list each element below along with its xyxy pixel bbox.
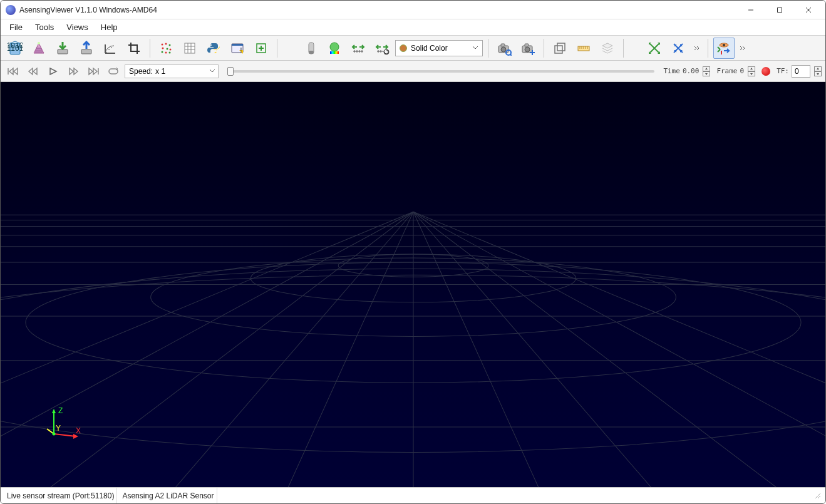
svg-line-82 [413, 212, 539, 487]
svg-point-21 [170, 48, 172, 50]
svg-point-40 [330, 43, 339, 51]
seek-start-button[interactable] [4, 64, 22, 79]
svg-point-16 [162, 43, 163, 45]
menu-file[interactable]: File [3, 20, 29, 34]
toolbar-overflow-1[interactable] [691, 38, 703, 59]
menu-views[interactable]: Views [60, 20, 94, 34]
svg-line-80 [288, 212, 413, 487]
svg-point-106 [53, 433, 56, 436]
collapse-all-button[interactable] [668, 38, 689, 59]
title-bar: AsensingViewer V1.1.0 Windows-AMD64 [1, 1, 825, 19]
svg-point-23 [165, 51, 167, 53]
axis-y-label: Y [56, 424, 61, 433]
color-mode-combo[interactable]: Solid Color [395, 40, 483, 56]
record-icon[interactable] [761, 67, 770, 76]
ruler-reset-button[interactable] [371, 38, 393, 59]
svg-line-15 [111, 47, 112, 48]
camera-view-button[interactable] [493, 38, 515, 59]
svg-point-7 [38, 42, 40, 44]
open-pcap-button[interactable]: 010101011010 [4, 38, 26, 59]
svg-point-22 [162, 51, 163, 53]
svg-line-55 [510, 54, 512, 56]
play-button[interactable] [44, 64, 62, 79]
duplicate-view-button[interactable] [549, 38, 570, 59]
layers-button[interactable] [597, 38, 618, 59]
axis-x-label: X [76, 426, 81, 435]
svg-point-31 [215, 51, 217, 52]
app-icon [6, 5, 16, 15]
color-by-intensity-button[interactable] [300, 38, 321, 59]
frame-value: 0 [740, 67, 745, 75]
timeline-slider[interactable] [227, 69, 654, 74]
svg-point-30 [210, 44, 212, 46]
ruler-horizontal-button[interactable] [348, 38, 369, 59]
color-map-button[interactable] [324, 38, 345, 59]
status-bar: Live sensor stream (Port:51180) Asensing… [1, 487, 825, 503]
tf-input[interactable]: 0 [792, 65, 810, 78]
speed-combo[interactable]: Speed: x 1 [125, 64, 219, 78]
color-swatch-icon [400, 44, 407, 52]
time-value: 0.00 [683, 67, 700, 75]
color-mode-value: Solid Color [411, 44, 448, 53]
svg-rect-41 [330, 51, 339, 54]
maximize-button[interactable] [765, 1, 794, 19]
time-spinner[interactable] [703, 66, 710, 76]
step-back-button[interactable] [24, 64, 42, 79]
speed-value: x 1 [155, 67, 165, 76]
svg-rect-1 [778, 8, 782, 12]
svg-point-18 [169, 44, 171, 46]
main-toolbar: 010101011010 ! Solid Color [1, 36, 825, 61]
expand-all-button[interactable] [644, 38, 665, 59]
svg-point-74 [723, 44, 725, 46]
tf-label: TF: [777, 67, 789, 75]
point-selection-button[interactable] [155, 38, 177, 59]
menu-help[interactable]: Help [95, 20, 124, 34]
error-log-button[interactable]: ! [227, 38, 248, 59]
svg-line-84 [413, 212, 776, 487]
svg-line-78 [51, 212, 413, 487]
minimize-button[interactable] [736, 1, 765, 19]
svg-line-104 [54, 434, 76, 436]
add-source-button[interactable] [250, 38, 272, 59]
step-forward-button[interactable] [65, 64, 82, 79]
crop-button[interactable] [123, 38, 145, 59]
svg-rect-39 [309, 51, 314, 54]
tf-value: 0 [795, 67, 799, 76]
save-data-button[interactable] [52, 38, 73, 59]
ruler-tool-button[interactable] [573, 38, 594, 59]
close-button[interactable] [794, 1, 823, 19]
svg-text:!: ! [240, 46, 242, 55]
svg-point-52 [501, 47, 506, 52]
camera-add-button[interactable] [517, 38, 539, 59]
speed-label: Speed: [129, 67, 153, 76]
menu-tools[interactable]: Tools [29, 20, 60, 34]
status-sensor: Asensing A2 LiDAR Sensor [120, 488, 217, 503]
3d-viewport[interactable]: Z X Y [1, 82, 825, 487]
seek-end-button[interactable] [85, 64, 102, 79]
chevron-down-icon [209, 67, 215, 76]
svg-rect-58 [525, 44, 529, 46]
orientation-view-button[interactable] [713, 38, 735, 59]
tf-spinner[interactable] [814, 66, 822, 76]
toolbar-overflow-2[interactable] [737, 38, 748, 59]
svg-point-20 [167, 48, 168, 49]
axis-z-label: Z [58, 406, 63, 415]
svg-point-57 [525, 47, 530, 52]
svg-point-24 [169, 51, 171, 53]
time-label: Time [663, 67, 680, 75]
loop-button[interactable] [105, 64, 122, 79]
svg-point-17 [165, 43, 167, 44]
spreadsheet-button[interactable] [179, 38, 200, 59]
frame-spinner[interactable] [748, 66, 755, 76]
svg-rect-53 [501, 44, 505, 46]
slider-thumb[interactable] [227, 67, 234, 76]
svg-rect-12 [81, 49, 91, 54]
svg-point-19 [162, 47, 164, 49]
export-data-button[interactable] [76, 38, 97, 59]
menu-bar: File Tools Views Help [1, 19, 825, 36]
window-title: AsensingViewer V1.1.0 Windows-AMD64 [19, 6, 157, 14]
resize-grip-icon[interactable] [814, 492, 822, 500]
measure-angle-button[interactable] [100, 38, 121, 59]
sensor-stream-button[interactable] [28, 38, 49, 59]
python-console-button[interactable] [203, 38, 224, 59]
